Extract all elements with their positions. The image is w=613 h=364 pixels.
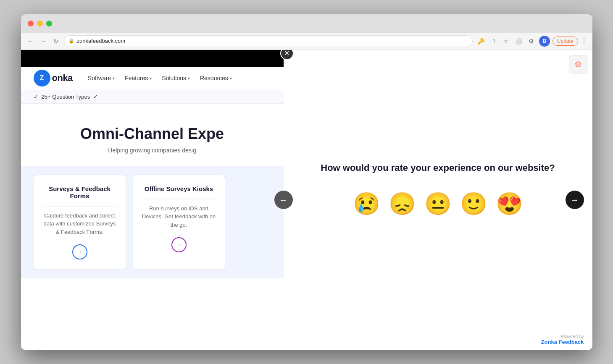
- emoji-neutral[interactable]: 😐: [424, 191, 452, 217]
- hero-subtitle: Helping growing companies desig: [34, 147, 271, 154]
- checkmark-row: ✓ 25+ Question Types ✓: [21, 90, 284, 104]
- refresh-button[interactable]: ↻: [51, 37, 61, 46]
- website-panel: Z onka Software ▾ Features ▾ Solutions ▾…: [21, 50, 284, 350]
- card-offline: Offline Surveys Kiosks Run surveys on iO…: [133, 175, 225, 270]
- logo[interactable]: Z onka: [34, 70, 73, 86]
- emoji-sad[interactable]: 😞: [389, 191, 416, 217]
- chrome-icon[interactable]: ⚪: [514, 36, 524, 46]
- card-offline-title: Offline Surveys Kiosks: [142, 185, 216, 192]
- url-text: zonkafeedback.com: [77, 38, 126, 44]
- mac-window: ← → ↻ 🔒 zonkafeedback.com 🔑 ⇧ ☆ ⚪ ⚙ B Up…: [21, 14, 592, 350]
- card-offline-arrow[interactable]: →: [171, 237, 187, 252]
- nav-resources-label: Resources: [200, 75, 228, 81]
- key-icon[interactable]: 🔑: [476, 36, 486, 46]
- share-icon[interactable]: ⇧: [489, 36, 499, 46]
- hubspot-icon: ⚙: [574, 59, 582, 69]
- nav-software-label: Software: [88, 75, 111, 81]
- close-traffic-light[interactable]: [28, 21, 34, 26]
- minimize-traffic-light[interactable]: [37, 21, 43, 26]
- more-options-icon[interactable]: ⋮: [581, 37, 587, 45]
- fullscreen-traffic-light[interactable]: [46, 21, 52, 26]
- survey-next-button[interactable]: →: [566, 191, 584, 209]
- browser-chrome: ← → ↻ 🔒 zonkafeedback.com 🔑 ⇧ ☆ ⚪ ⚙ B Up…: [21, 33, 592, 50]
- nav-features-chevron: ▾: [150, 76, 152, 81]
- survey-question: How would you rate your experience on ou…: [321, 162, 555, 175]
- address-bar[interactable]: 🔒 zonkafeedback.com: [64, 35, 473, 47]
- user-avatar[interactable]: B: [539, 36, 550, 47]
- logo-circle: Z: [34, 70, 50, 86]
- emoji-happy[interactable]: 🙂: [460, 191, 487, 217]
- update-button[interactable]: Update: [552, 37, 578, 46]
- emoji-very-sad[interactable]: 😢: [353, 191, 380, 217]
- nav-solutions-chevron: ▾: [188, 76, 190, 81]
- cards-section: Surveys & Feedback Forms Capture feedbac…: [21, 166, 284, 279]
- star-icon[interactable]: ☆: [501, 36, 511, 46]
- nav-item-features[interactable]: Features ▾: [120, 71, 157, 85]
- powered-by-label: Powered By: [292, 334, 584, 339]
- extension-icon[interactable]: ⚙: [526, 36, 537, 46]
- lock-icon: 🔒: [68, 38, 74, 44]
- nav-features-label: Features: [125, 75, 148, 81]
- nav-solutions-label: Solutions: [162, 75, 186, 81]
- card-surveys-title: Surveys & Feedback Forms: [42, 185, 117, 199]
- checkmark-text: 25+ Question Types: [42, 94, 90, 100]
- nav-item-software[interactable]: Software ▾: [83, 71, 120, 85]
- title-bar: [21, 14, 592, 33]
- survey-prev-button[interactable]: ←: [274, 191, 293, 209]
- survey-close-button[interactable]: ✕: [280, 50, 294, 60]
- card-surveys: Surveys & Feedback Forms Capture feedbac…: [34, 175, 126, 270]
- nav-item-solutions[interactable]: Solutions ▾: [157, 71, 195, 85]
- card-surveys-divider: [42, 206, 117, 207]
- browser-actions: 🔑 ⇧ ☆ ⚪ ⚙ B Update ⋮: [476, 36, 587, 47]
- site-top-bar: [21, 50, 284, 67]
- nav-software-chevron: ▾: [113, 76, 115, 81]
- card-offline-divider: [142, 199, 216, 199]
- hero-section: Omni-Channel Expe Helping growing compan…: [21, 104, 284, 166]
- nav-item-resources[interactable]: Resources ▾: [195, 71, 237, 85]
- survey-panel: How would you rate your experience on ou…: [284, 50, 592, 350]
- card-offline-desc: Run surveys on iOS and Devices. Get feed…: [142, 204, 216, 229]
- checkmark-icon-2: ✓: [93, 94, 98, 100]
- powered-by-brand: Zonka Feedback: [292, 339, 584, 345]
- hero-title: Omni-Channel Expe: [34, 125, 271, 143]
- survey-footer: Powered By Zonka Feedback: [284, 329, 592, 350]
- forward-button[interactable]: →: [39, 37, 48, 46]
- nav-resources-chevron: ▾: [230, 76, 232, 81]
- card-surveys-arrow[interactable]: →: [72, 244, 87, 259]
- checkmark-icon: ✓: [34, 94, 38, 100]
- emoji-love[interactable]: 😍: [496, 191, 523, 217]
- survey-content: How would you rate your experience on ou…: [284, 50, 592, 329]
- back-button[interactable]: ←: [26, 37, 35, 46]
- site-nav: Z onka Software ▾ Features ▾ Solutions ▾…: [21, 67, 284, 90]
- card-surveys-desc: Capture feedback and collect data with c…: [42, 212, 117, 236]
- survey-wrapper: ✕ ⚙ How would you rate your experience o…: [284, 50, 592, 350]
- main-content: Z onka Software ▾ Features ▾ Solutions ▾…: [21, 50, 592, 350]
- emoji-row: 😢 😞 😐 🙂 😍: [353, 191, 523, 217]
- hubspot-button[interactable]: ⚙: [569, 55, 587, 73]
- logo-text: onka: [52, 73, 73, 84]
